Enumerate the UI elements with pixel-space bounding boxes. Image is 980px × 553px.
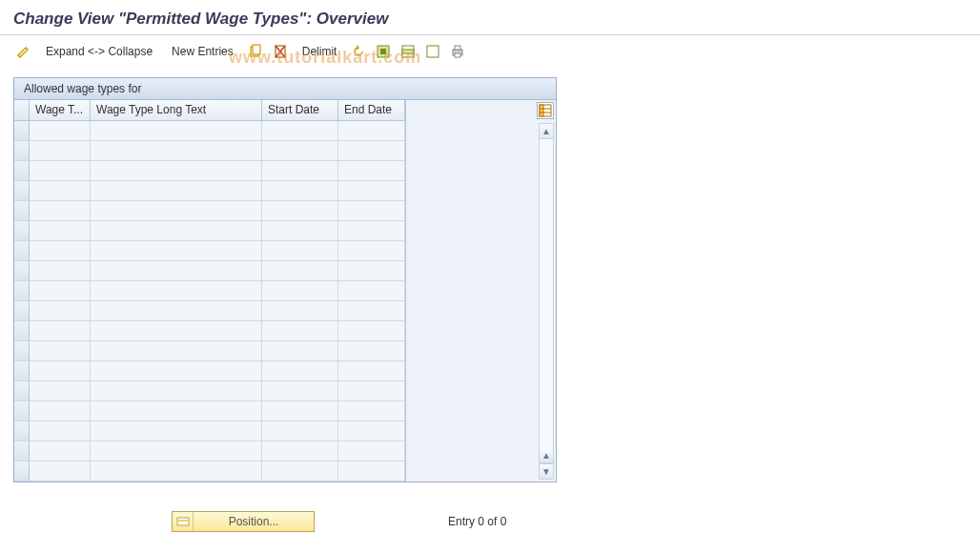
row-selector[interactable] (14, 301, 30, 320)
cell-start-date[interactable] (262, 401, 338, 420)
cell-wage-type[interactable] (30, 401, 91, 420)
table-row[interactable] (14, 321, 405, 341)
cell-wage-type[interactable] (30, 241, 91, 260)
cell-end-date[interactable] (338, 341, 405, 360)
cell-start-date[interactable] (262, 241, 338, 260)
column-start-date[interactable]: Start Date (262, 100, 338, 120)
table-row[interactable] (14, 421, 405, 441)
cell-wage-type-long[interactable] (91, 441, 262, 461)
row-selector[interactable] (14, 441, 30, 461)
row-selector[interactable] (14, 281, 30, 300)
cell-wage-type[interactable] (30, 421, 91, 440)
select-all-icon[interactable] (373, 41, 394, 62)
cell-wage-type[interactable] (30, 161, 91, 180)
cell-wage-type[interactable] (30, 341, 91, 360)
table-row[interactable] (14, 441, 405, 461)
row-selector[interactable] (14, 361, 30, 380)
row-selector[interactable] (14, 201, 30, 220)
table-row[interactable] (14, 401, 405, 421)
cell-start-date[interactable] (262, 281, 338, 300)
row-selector[interactable] (14, 181, 30, 200)
cell-wage-type[interactable] (30, 141, 91, 160)
row-selector[interactable] (14, 461, 30, 481)
cell-wage-type[interactable] (30, 461, 91, 481)
cell-end-date[interactable] (338, 381, 405, 400)
table-row[interactable] (14, 381, 405, 401)
cell-wage-type[interactable] (30, 121, 91, 140)
copy-icon[interactable] (245, 41, 266, 62)
cell-end-date[interactable] (338, 441, 405, 461)
deselect-all-icon[interactable] (422, 41, 443, 62)
cell-wage-type-long[interactable] (91, 401, 262, 420)
cell-wage-type-long[interactable] (91, 361, 262, 380)
row-selector[interactable] (14, 381, 30, 400)
cell-start-date[interactable] (262, 221, 338, 240)
row-selector[interactable] (14, 161, 30, 180)
cell-wage-type[interactable] (30, 281, 91, 300)
cell-end-date[interactable] (338, 161, 405, 180)
cell-wage-type-long[interactable] (91, 241, 262, 260)
cell-wage-type-long[interactable] (91, 341, 262, 360)
cell-end-date[interactable] (338, 141, 405, 160)
cell-start-date[interactable] (262, 341, 338, 360)
cell-wage-type-long[interactable] (91, 281, 262, 300)
cell-start-date[interactable] (262, 121, 338, 140)
table-row[interactable] (14, 301, 405, 321)
cell-start-date[interactable] (262, 441, 338, 461)
cell-start-date[interactable] (262, 461, 338, 481)
table-row[interactable] (14, 261, 405, 281)
cell-start-date[interactable] (262, 361, 338, 380)
cell-wage-type-long[interactable] (91, 261, 262, 280)
column-wage-type-long[interactable]: Wage Type Long Text (91, 100, 262, 120)
cell-start-date[interactable] (262, 421, 338, 440)
vertical-scrollbar[interactable]: ▲ ▲ ▼ (539, 123, 554, 480)
delimit-button[interactable]: Delimit (295, 41, 345, 62)
cell-wage-type-long[interactable] (91, 141, 262, 160)
row-selector[interactable] (14, 121, 30, 140)
row-selector[interactable] (14, 141, 30, 160)
cell-wage-type[interactable] (30, 221, 91, 240)
cell-wage-type[interactable] (30, 181, 91, 200)
cell-end-date[interactable] (338, 241, 405, 260)
position-button[interactable]: Position... (172, 511, 315, 532)
cell-end-date[interactable] (338, 261, 405, 280)
table-row[interactable] (14, 141, 405, 161)
cell-wage-type[interactable] (30, 321, 91, 340)
cell-end-date[interactable] (338, 201, 405, 220)
column-end-date[interactable]: End Date (338, 100, 405, 120)
change-display-icon[interactable] (13, 41, 34, 62)
table-row[interactable] (14, 361, 405, 381)
cell-end-date[interactable] (338, 121, 405, 140)
cell-wage-type-long[interactable] (91, 421, 262, 440)
cell-end-date[interactable] (338, 421, 405, 440)
cell-wage-type[interactable] (30, 381, 91, 400)
cell-start-date[interactable] (262, 161, 338, 180)
cell-wage-type-long[interactable] (91, 461, 262, 481)
table-row[interactable] (14, 461, 405, 481)
cell-start-date[interactable] (262, 181, 338, 200)
cell-wage-type[interactable] (30, 441, 91, 461)
table-row[interactable] (14, 241, 405, 261)
cell-wage-type[interactable] (30, 361, 91, 380)
row-selector[interactable] (14, 341, 30, 360)
cell-start-date[interactable] (262, 381, 338, 400)
row-selector[interactable] (14, 241, 30, 260)
table-row[interactable] (14, 161, 405, 181)
cell-end-date[interactable] (338, 401, 405, 420)
scroll-up-icon[interactable]: ▲ (540, 124, 553, 139)
select-block-icon[interactable] (398, 41, 419, 62)
cell-end-date[interactable] (338, 221, 405, 240)
cell-start-date[interactable] (262, 321, 338, 340)
column-wage-type[interactable]: Wage T... (30, 100, 91, 120)
row-selector[interactable] (14, 321, 30, 340)
cell-end-date[interactable] (338, 321, 405, 340)
table-row[interactable] (14, 201, 405, 221)
table-row[interactable] (14, 281, 405, 301)
cell-start-date[interactable] (262, 301, 338, 320)
table-row[interactable] (14, 121, 405, 141)
print-icon[interactable] (447, 41, 468, 62)
table-row[interactable] (14, 181, 405, 201)
select-all-column[interactable] (14, 100, 30, 120)
cell-wage-type-long[interactable] (91, 181, 262, 200)
scroll-near-bottom-icon[interactable]: ▲ (540, 448, 553, 463)
